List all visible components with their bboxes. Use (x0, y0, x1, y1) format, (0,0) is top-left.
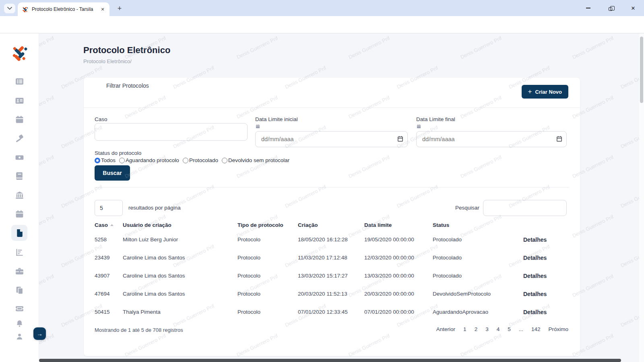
chevron-down-icon (7, 7, 12, 10)
browser-tab-active[interactable]: Protocolo Eletrônico - Tarsila (18, 2, 109, 16)
calendar-icon (14, 115, 25, 125)
table-search-input[interactable] (483, 200, 567, 216)
plus-icon (528, 88, 532, 96)
column-header-usuario[interactable]: Usuário de criação (123, 222, 237, 228)
sidebar-item-tickets[interactable] (11, 300, 27, 317)
page-size-input[interactable] (95, 200, 123, 216)
horizontal-scrollbar-thumb[interactable] (39, 359, 621, 362)
pagination-page[interactable]: 5 (508, 326, 511, 332)
site-favicon-icon (22, 6, 29, 13)
date-start-label: Data Limite inicial (255, 116, 298, 122)
radio-aguardando[interactable]: Aguardando protocolo (119, 157, 179, 163)
tab-search-button[interactable] (4, 4, 15, 13)
column-header-status[interactable]: Status (433, 222, 523, 228)
table-row: 43907Caroline Lima dos SantosProtocolo13… (95, 267, 569, 285)
main-content: Protocolo Eletrônico Protocolo Eletrônic… (39, 33, 639, 362)
pagination-page[interactable]: 1 (463, 326, 466, 332)
vertical-scrollbar-thumb[interactable] (640, 37, 643, 103)
pagination-next[interactable]: Próximo (548, 326, 568, 332)
caso-label: Caso (95, 116, 107, 122)
radio-todos[interactable]: Todos (95, 157, 116, 163)
sidebar-item-cases[interactable] (11, 263, 27, 279)
sidebar-item-protocolo-active[interactable] (11, 225, 27, 241)
table-row: 50415Thalya PimentaProtocolo07/01/2020 1… (95, 303, 569, 321)
sidebar-item-legal[interactable] (11, 130, 27, 146)
radio-icon (119, 158, 125, 163)
browser-window: Protocolo Eletrônico - Tarsila tarsilasu… (0, 0, 644, 362)
browser-tab-strip: Protocolo Eletrônico - Tarsila (0, 0, 644, 16)
date-picker-icon[interactable] (397, 136, 404, 142)
window-minimize-button[interactable] (583, 3, 593, 13)
detalhes-link[interactable]: Detalhes (523, 237, 569, 243)
detalhes-link[interactable]: Detalhes (523, 291, 569, 297)
date-end-label: Data Limite final (416, 116, 455, 122)
table-row: 5258Milton Luiz Berg JuniorProtocolo18/0… (95, 230, 569, 249)
status-value: Protocolado (433, 255, 523, 261)
window-restore-button[interactable] (605, 3, 616, 13)
pagination-page[interactable]: 3 (485, 326, 489, 332)
column-header-caso[interactable]: Caso (95, 222, 123, 228)
date-end-input[interactable] (416, 131, 567, 147)
ticket-icon (14, 304, 25, 314)
date-start-input[interactable] (255, 131, 408, 147)
gavel-icon (14, 134, 25, 144)
pagination-page[interactable]: 2 (475, 326, 478, 332)
app-viewport: Protocolo Eletrônico Protocolo Eletrônic… (0, 33, 644, 362)
id-card-icon (14, 96, 25, 106)
window-close-button[interactable] (628, 3, 638, 13)
sidebar-item-institution[interactable] (11, 187, 27, 203)
date-end-field (416, 131, 567, 147)
vertical-scrollbar (639, 33, 644, 362)
new-tab-button[interactable] (115, 4, 124, 13)
sidebar-item-agenda[interactable] (11, 206, 27, 222)
results-summary: Mostrando de 1 até 5 de 708 registros (95, 327, 183, 333)
protocol-table: Caso Usuário de criação Tipo de protocol… (95, 219, 569, 321)
sidebar-item-reports[interactable] (11, 244, 27, 260)
column-header-criacao[interactable]: Criação (298, 222, 364, 228)
filter-panel-title: Filtrar Protocolos (106, 82, 149, 89)
column-header-tipo[interactable]: Tipo de protocolo (237, 222, 298, 228)
caso-input[interactable] (95, 123, 248, 141)
status-radio-group: Todos Aguardando protocolo Protocolado D… (95, 157, 293, 163)
detalhes-link[interactable]: Detalhes (523, 255, 569, 261)
status-value: AguardandoAprovacao (433, 309, 523, 315)
status-value: DevolvidoSemProtocolo (433, 291, 523, 297)
radio-devolvido[interactable]: Devolvido sem protocolar (222, 157, 289, 163)
user-icon (15, 332, 24, 341)
tab-close-icon[interactable] (99, 6, 106, 13)
sidebar (0, 33, 39, 362)
tab-title: Protocolo Eletrônico - Tarsila (32, 6, 99, 12)
calendar-small-icon (255, 123, 260, 129)
pagination-page[interactable]: 4 (497, 326, 500, 332)
date-picker-icon[interactable] (556, 136, 563, 142)
sidebar-item-profile[interactable] (11, 328, 27, 344)
clipboard-copy-icon (14, 285, 25, 295)
bell-icon (15, 319, 24, 328)
create-new-label: Criar Novo (535, 89, 562, 95)
radio-protocolado[interactable]: Protocolado (183, 157, 218, 163)
book-icon (14, 171, 25, 181)
sidebar-item-library[interactable] (11, 168, 27, 184)
buscar-button[interactable]: Buscar (95, 165, 130, 181)
detalhes-link[interactable]: Detalhes (523, 309, 569, 315)
sidebar-item-calendar[interactable] (11, 111, 27, 128)
create-new-button[interactable]: Criar Novo (522, 85, 568, 99)
breadcrumb: Protocolo Eletrônico/ (83, 58, 132, 64)
page-size-label: resultados por página (128, 205, 181, 211)
date-start-field (255, 131, 408, 147)
pagination-prev[interactable]: Anterior (436, 326, 455, 332)
card-header-divider (84, 107, 580, 108)
detalhes-link[interactable]: Detalhes (523, 273, 569, 279)
sidebar-expand-button[interactable] (33, 327, 46, 340)
tarsila-logo[interactable] (10, 44, 29, 62)
table-row: 47694Caroline Lima dos SantosProtocolo20… (95, 285, 569, 303)
sidebar-item-finance[interactable] (11, 149, 27, 165)
sidebar-item-list[interactable] (11, 73, 27, 89)
browser-toolbar: tarsilasuite-tudonatarsila.azurewebsites… (0, 16, 644, 33)
radio-icon (183, 158, 188, 163)
sidebar-item-documents-copy[interactable] (11, 282, 27, 298)
calendar-small-icon (416, 123, 421, 129)
column-header-data-limite[interactable]: Data limite (364, 222, 433, 228)
pagination-page[interactable]: 142 (531, 326, 541, 332)
sidebar-item-contacts[interactable] (11, 93, 27, 109)
